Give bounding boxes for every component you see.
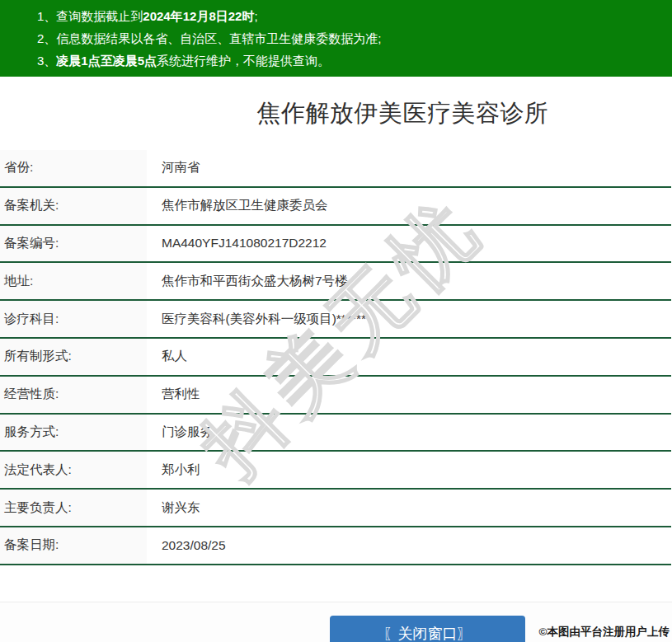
row-value: 郑小利 xyxy=(147,452,671,488)
notice-line-1: 1、查询数据截止到2024年12月8日22时; xyxy=(37,5,664,27)
info-table: 省份: 河南省 备案机关: 焦作市解放区卫生健康委员会 备案编号: MA440Y… xyxy=(0,150,671,565)
attribution-text: ©本图由平台注册用户上传 xyxy=(539,625,670,640)
notice-line-2: 2、信息数据结果以各省、自治区、直辖市卫生健康委数据为准; xyxy=(37,27,664,49)
row-label: 备案编号: xyxy=(0,226,147,262)
table-row-filing-number: 备案编号: MA440YFJ141080217D2212 xyxy=(0,226,671,264)
row-label: 省份: xyxy=(0,150,147,186)
table-row-person-in-charge: 主要负责人: 谢兴东 xyxy=(0,490,671,527)
title-area: 焦作解放伊美医疗美容诊所 xyxy=(0,77,672,150)
row-label: 服务方式: xyxy=(0,415,147,451)
row-value: 私人 xyxy=(147,339,671,375)
row-label: 地址: xyxy=(0,263,147,299)
row-value: MA440YFJ141080217D2212 xyxy=(147,226,671,262)
row-label: 所有制形式: xyxy=(0,339,147,375)
notice-number: 1、 xyxy=(37,9,56,23)
row-label: 诊疗科目: xyxy=(0,301,147,337)
notice-text: ; xyxy=(254,9,257,23)
row-label: 法定代表人: xyxy=(0,452,147,488)
table-row-filing-date: 备案日期: 2023/08/25 xyxy=(0,527,671,565)
table-row-filing-authority: 备案机关: 焦作市解放区卫生健康委员会 xyxy=(0,188,671,226)
table-row-address: 地址: 焦作市和平西街众盛大杨树7号楼 xyxy=(0,263,671,301)
row-value: 营利性 xyxy=(147,377,671,413)
close-window-button[interactable]: 〖关闭窗口〗 xyxy=(330,616,525,642)
row-value: 谢兴东 xyxy=(147,490,671,526)
notice-text: 查询数据截止到 xyxy=(56,9,143,23)
table-row-business-nature: 经营性质: 营利性 xyxy=(0,377,671,415)
notice-text: 系统进行维护，不能提供查询。 xyxy=(157,54,330,68)
row-value: 焦作市和平西街众盛大杨树7号楼 xyxy=(147,263,671,299)
row-value: 河南省 xyxy=(147,150,671,186)
row-label: 主要负责人: xyxy=(0,490,147,526)
notice-number: 2、 xyxy=(37,31,56,45)
row-label: 经营性质: xyxy=(0,377,147,413)
row-value: 医疗美容科(美容外科一级项目)****** xyxy=(147,301,671,337)
notice-line-3: 3、凌晨1点至凌晨5点系统进行维护，不能提供查询。 xyxy=(37,49,664,72)
table-row-ownership-form: 所有制形式: 私人 xyxy=(0,339,671,377)
page-title: 焦作解放伊美医疗美容诊所 xyxy=(257,97,549,130)
row-value: 门诊服务 xyxy=(147,415,671,451)
table-row-medical-subjects: 诊疗科目: 医疗美容科(美容外科一级项目)****** xyxy=(0,301,671,339)
notice-bold-text: 凌晨1点至凌晨5点 xyxy=(56,54,157,68)
row-value: 2023/08/25 xyxy=(147,527,671,564)
table-row-province: 省份: 河南省 xyxy=(0,150,671,188)
row-value: 焦作市解放区卫生健康委员会 xyxy=(147,188,671,224)
notice-banner: 1、查询数据截止到2024年12月8日22时; 2、信息数据结果以各省、自治区、… xyxy=(0,0,672,77)
notice-bold-text: 2024年12月8日22时 xyxy=(143,9,254,23)
table-row-service-mode: 服务方式: 门诊服务 xyxy=(0,415,671,452)
notice-number: 3、 xyxy=(37,54,56,68)
table-row-legal-representative: 法定代表人: 郑小利 xyxy=(0,452,671,490)
row-label: 备案日期: xyxy=(0,527,147,564)
row-label: 备案机关: xyxy=(0,188,147,224)
notice-text: 信息数据结果以各省、自治区、直辖市卫生健康委数据为准; xyxy=(56,31,381,45)
